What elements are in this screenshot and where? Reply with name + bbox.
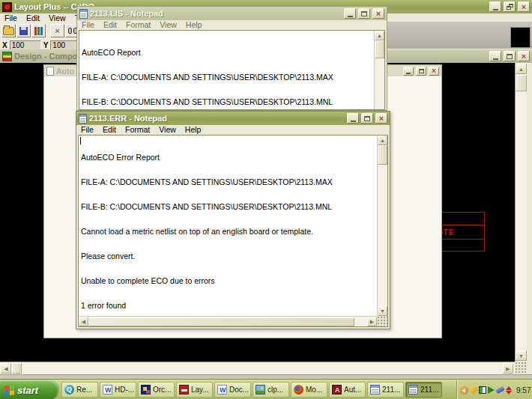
restore-button[interactable] bbox=[504, 1, 516, 12]
scroll-up-button[interactable]: ▲ bbox=[375, 31, 384, 40]
menu-edit[interactable]: Edit bbox=[98, 125, 121, 135]
scroll-down-button[interactable]: ▼ bbox=[378, 306, 387, 316]
clock[interactable]: 9:57 AM bbox=[516, 386, 532, 395]
lis-close-button[interactable]: × bbox=[372, 8, 384, 19]
scroll-up-button[interactable]: ▲ bbox=[378, 135, 387, 145]
minimize-icon bbox=[351, 121, 356, 122]
taskbar-item-mozilla[interactable]: Mo... bbox=[291, 382, 327, 398]
menu-view[interactable]: View bbox=[44, 13, 70, 23]
taskbar: start Re... HD-... Orc... Lay... Doc... … bbox=[0, 379, 532, 399]
notepad-file-icon bbox=[79, 114, 87, 124]
close-icon: × bbox=[522, 52, 526, 60]
lis-maximize-button[interactable] bbox=[358, 8, 370, 19]
delete-button[interactable]: × bbox=[50, 24, 64, 37]
notepad-lis-textarea[interactable]: AutoECO Report FILE-A: C:\DOCUMENTS AND … bbox=[79, 30, 385, 110]
design-maximize-button[interactable] bbox=[504, 51, 516, 61]
text-line: FILE-B: C:\DOCUMENTS AND SETTINGS\USER\D… bbox=[82, 98, 372, 106]
updown-arrows-icon[interactable] bbox=[506, 386, 513, 395]
auto-maximize-button[interactable] bbox=[416, 67, 426, 76]
design-minimize-button[interactable] bbox=[489, 51, 501, 61]
menu-help[interactable]: Help bbox=[181, 20, 207, 30]
close-button[interactable]: × bbox=[518, 1, 530, 12]
taskbar-item-label: 211... bbox=[420, 386, 438, 394]
notepad-lis-titlebar: 2113.LIS - Notepad × bbox=[77, 7, 387, 20]
taskbar-item-re[interactable]: Re... bbox=[61, 382, 98, 398]
scroll-right-button[interactable]: ▶ bbox=[367, 317, 377, 326]
taskbar-item-layout[interactable]: Lay... bbox=[176, 382, 213, 398]
err-vscrollbar[interactable]: ▲ ▼ bbox=[377, 135, 387, 316]
menu-view[interactable]: View bbox=[155, 20, 181, 30]
scroll-left-button[interactable]: ◀ bbox=[1, 363, 11, 374]
resize-grip[interactable] bbox=[377, 316, 387, 326]
text-line: FILE-A: C:\DOCUMENTS AND SETTINGS\USER\D… bbox=[81, 178, 375, 186]
design-close-button[interactable]: × bbox=[518, 51, 530, 61]
vscroll-thumb[interactable] bbox=[378, 145, 387, 165]
close-icon: × bbox=[376, 10, 381, 17]
resize-grip[interactable] bbox=[515, 362, 527, 374]
menu-view[interactable]: View bbox=[154, 125, 181, 135]
up-arrow-icon: ▲ bbox=[519, 67, 524, 72]
hide-chevron-icon[interactable] bbox=[460, 386, 468, 395]
hscroll-thumb[interactable] bbox=[88, 317, 354, 326]
minimize-icon bbox=[348, 16, 353, 17]
library-button[interactable] bbox=[31, 24, 46, 37]
menu-help[interactable]: Help bbox=[181, 125, 206, 135]
lis-minimize-button[interactable] bbox=[344, 8, 356, 19]
scroll-down-button[interactable]: ▼ bbox=[516, 350, 527, 361]
taskbar-item-clp[interactable]: clp... bbox=[253, 382, 289, 398]
notepad-err-text: AutoECO Error Report FILE-A: C:\DOCUMENT… bbox=[81, 137, 375, 314]
start-button[interactable]: start bbox=[0, 380, 58, 399]
play-icon[interactable] bbox=[488, 386, 495, 394]
open-button[interactable] bbox=[1, 24, 16, 37]
taskbar-item-label: clp... bbox=[267, 386, 283, 394]
taskbar-item-label: Re... bbox=[76, 386, 92, 394]
vscroll-thumb[interactable] bbox=[516, 75, 527, 91]
design-vscrollbar[interactable]: ▲ ▼ bbox=[515, 63, 527, 362]
err-hscrollbar[interactable]: ◀ ▶ bbox=[79, 316, 377, 326]
menu-format[interactable]: Format bbox=[121, 20, 155, 30]
display-icon[interactable] bbox=[479, 386, 486, 394]
err-minimize-button[interactable] bbox=[347, 113, 359, 124]
menu-file[interactable]: File bbox=[77, 20, 99, 30]
right-arrow-icon: ▶ bbox=[506, 366, 510, 371]
left-arrow-icon: ◀ bbox=[82, 319, 85, 324]
menu-file[interactable]: File bbox=[0, 13, 22, 23]
close-icon: × bbox=[522, 3, 526, 10]
save-button[interactable] bbox=[16, 24, 31, 37]
taskbar-item-orcad[interactable]: Orc... bbox=[138, 382, 175, 398]
security-shield-icon[interactable] bbox=[470, 386, 477, 395]
hscroll-thumb[interactable] bbox=[12, 363, 22, 374]
notepad-lis-window: 2113.LIS - Notepad × File Edit Format Vi… bbox=[76, 6, 387, 111]
eraser-icon[interactable] bbox=[495, 386, 505, 394]
notepad-err-textarea[interactable]: AutoECO Error Report FILE-A: C:\DOCUMENT… bbox=[78, 135, 388, 327]
menu-edit[interactable]: Edit bbox=[22, 13, 44, 23]
menu-format[interactable]: Format bbox=[121, 125, 154, 135]
err-close-button[interactable]: × bbox=[375, 113, 387, 124]
menu-edit[interactable]: Edit bbox=[99, 20, 121, 30]
mozilla-icon bbox=[294, 385, 303, 395]
scroll-right-button[interactable]: ▶ bbox=[503, 363, 513, 374]
scroll-left-button[interactable]: ◀ bbox=[79, 317, 88, 326]
text-line: FILE-A: C:\DOCUMENTS AND SETTINGS\USER\D… bbox=[82, 73, 372, 82]
image-file-icon bbox=[256, 385, 265, 395]
lis-vscrollbar[interactable]: ▲ bbox=[374, 31, 384, 109]
left-arrow-icon: ◀ bbox=[4, 366, 7, 371]
taskbar-item-doc[interactable]: Doc... bbox=[214, 382, 251, 398]
taskbar-item-2113-err[interactable]: 211... bbox=[405, 382, 442, 398]
auto-close-button[interactable]: × bbox=[429, 67, 439, 76]
design-hscrollbar[interactable]: ◀ ▶ bbox=[0, 362, 515, 374]
err-maximize-button[interactable] bbox=[361, 113, 373, 124]
menu-file[interactable]: File bbox=[76, 125, 98, 135]
taskbar-item-hd[interactable]: HD-... bbox=[100, 382, 136, 398]
x-coordinate-field[interactable]: 100 bbox=[10, 40, 41, 50]
taskbar-item-label: Orc... bbox=[153, 386, 171, 394]
auto-minimize-button[interactable] bbox=[403, 67, 414, 76]
taskbar-item-2113-lis[interactable]: 211... bbox=[367, 382, 404, 398]
text-line: FILE-B: C:\DOCUMENTS AND SETTINGS\USER\D… bbox=[81, 203, 375, 211]
minimize-button[interactable] bbox=[489, 1, 501, 12]
vscroll-thumb[interactable] bbox=[375, 40, 384, 58]
scroll-up-button[interactable]: ▲ bbox=[516, 64, 527, 74]
taskbar-item-auto[interactable]: Aut... bbox=[329, 382, 366, 398]
toolbar-separator bbox=[46, 24, 49, 40]
right-arrow-icon: ▶ bbox=[370, 319, 374, 324]
